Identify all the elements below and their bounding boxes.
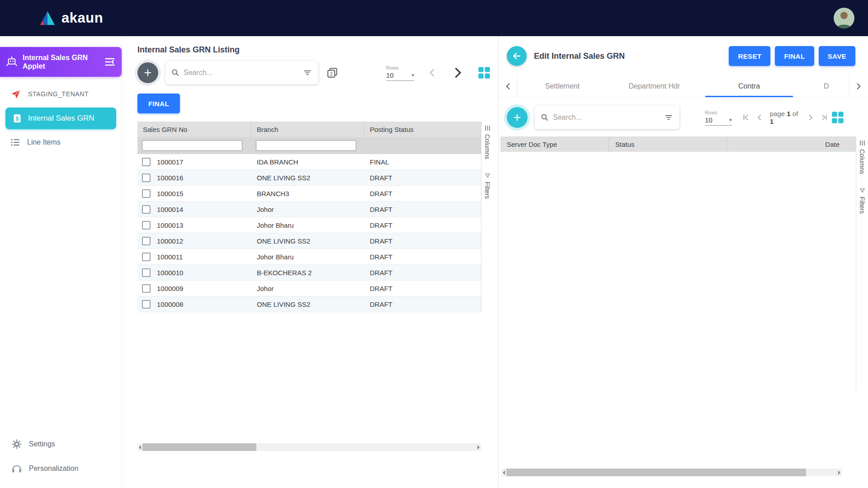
editor-actions: RESET FINAL SAVE <box>729 46 855 66</box>
scrollbar-thumb[interactable] <box>142 443 256 451</box>
row-checkbox[interactable] <box>142 158 151 166</box>
editor-side-rail: Columns Filters <box>856 136 868 389</box>
back-button[interactable] <box>507 46 527 66</box>
rows-per-page-select[interactable]: Rows 10 ▾ <box>386 65 414 81</box>
filters-toggle[interactable]: Filters <box>859 188 866 214</box>
sidebar-item-personalization[interactable]: Personalization <box>0 456 122 481</box>
table-row[interactable]: 1000009 Johor DRAFT <box>137 281 481 296</box>
first-page-icon[interactable] <box>741 113 751 122</box>
cell-branch: ONE LIVING SS2 <box>251 237 364 245</box>
editor-search-input[interactable] <box>553 113 660 122</box>
final-button[interactable]: FINAL <box>775 46 814 66</box>
final-button[interactable]: FINAL <box>137 94 180 113</box>
table-row[interactable]: 1000017 IDA BRANCH FINAL <box>137 154 481 170</box>
editor-table-zone: Server Doc Type Status Date Columns Filt… <box>499 136 868 389</box>
avatar[interactable] <box>834 8 854 28</box>
last-page-icon[interactable] <box>819 113 829 122</box>
scroll-left-arrow[interactable] <box>503 470 505 475</box>
tab-next-truncated[interactable]: D <box>797 75 849 97</box>
table-row[interactable]: 1000016 ONE LIVING SS2 DRAFT <box>137 170 481 186</box>
tab-department-hdr[interactable]: Department Hdr <box>607 75 702 97</box>
scrollbar-thumb[interactable] <box>506 469 806 476</box>
add-contra-button[interactable] <box>507 107 528 128</box>
row-checkbox[interactable] <box>142 174 151 182</box>
scroll-right-arrow[interactable] <box>477 445 480 450</box>
arrow-left-icon <box>511 51 522 61</box>
cell-branch: ONE LIVING SS2 <box>251 174 364 182</box>
row-checkbox[interactable] <box>142 221 151 230</box>
editor-tabs: Settlement Department Hdr Contra D <box>499 75 868 98</box>
column-filter-input[interactable] <box>256 140 356 151</box>
scroll-left-arrow[interactable] <box>139 445 141 450</box>
tabs-scroll-right-icon[interactable] <box>849 75 868 97</box>
add-record-button[interactable] <box>137 62 158 83</box>
table-row[interactable]: 1000010 B-EKOCHERAS 2 DRAFT <box>137 265 481 281</box>
columns-toggle[interactable]: Columns <box>859 140 866 174</box>
tab-contra[interactable]: Contra <box>702 75 797 97</box>
rows-value: 10 <box>386 71 394 79</box>
column-header[interactable]: Sales GRN No <box>137 122 251 137</box>
sidebar: Internal Sales GRN Applet STAGING_TENANT <box>0 36 122 488</box>
column-header[interactable]: Status <box>609 136 727 152</box>
search-filter-icon[interactable] <box>302 67 313 78</box>
horizontal-scrollbar[interactable] <box>137 443 481 451</box>
row-checkbox[interactable] <box>142 300 151 309</box>
table-row[interactable]: 1000011 Johor Bharu DRAFT <box>137 249 481 265</box>
prev-page-icon[interactable] <box>755 113 764 122</box>
table-row[interactable]: 1000015 BRANCH3 DRAFT <box>137 186 481 202</box>
column-header[interactable]: Posting Status <box>364 122 481 137</box>
sidebar-item-line-items[interactable]: Line Items <box>0 130 122 155</box>
save-button[interactable]: SAVE <box>819 46 855 66</box>
scroll-right-arrow[interactable] <box>838 470 840 475</box>
table-row[interactable]: 1000008 ONE LIVING SS2 DRAFT <box>137 296 481 312</box>
sidebar-item-tenant[interactable]: STAGING_TENANT <box>0 81 122 107</box>
next-page-icon[interactable] <box>806 113 816 122</box>
cell-grn-no: 1000012 <box>157 237 183 245</box>
sidebar-item-settings[interactable]: Settings <box>0 432 122 456</box>
cell-branch: Johor <box>251 285 364 292</box>
menu-toggle-icon[interactable] <box>104 56 116 68</box>
avatar-image <box>834 8 854 28</box>
sidebar-item-internal-sales-grn[interactable]: $ Internal Sales GRN <box>5 108 116 129</box>
column-filter-input[interactable] <box>142 140 242 151</box>
sales-grn-doc-icon: $ <box>12 113 23 124</box>
of-label: of <box>793 110 798 117</box>
row-checkbox[interactable] <box>142 189 151 198</box>
cell-grn-no: 1000010 <box>157 269 183 277</box>
columns-label: Columns <box>859 149 866 174</box>
row-checkbox[interactable] <box>142 205 151 214</box>
column-header[interactable]: Server Doc Type <box>500 136 609 152</box>
row-checkbox[interactable] <box>142 268 151 277</box>
prev-page-icon[interactable] <box>426 66 439 79</box>
next-page-icon[interactable] <box>450 66 465 80</box>
empty-table-body <box>500 152 856 405</box>
table-row[interactable]: 1000013 Johor Bharu DRAFT <box>137 217 481 233</box>
headset-icon <box>11 463 23 474</box>
column-header[interactable]: Branch <box>251 122 364 137</box>
gear-icon <box>11 438 23 450</box>
search-filter-icon[interactable] <box>663 112 674 123</box>
grid-view-icon[interactable] <box>829 109 846 126</box>
tabs-scroll-left-icon[interactable] <box>499 75 518 97</box>
reset-button[interactable]: RESET <box>729 46 770 66</box>
row-checkbox[interactable] <box>142 253 151 261</box>
row-checkbox[interactable] <box>142 237 151 245</box>
editor-toolbar: Rows 10 ▾ page 1 of 1 <box>499 98 868 129</box>
table-row[interactable]: 1000012 ONE LIVING SS2 DRAFT <box>137 233 481 249</box>
rows-per-page-select[interactable]: Rows 10 ▾ <box>705 110 732 126</box>
filters-toggle[interactable]: Filters <box>484 173 491 199</box>
row-checkbox[interactable] <box>142 284 151 293</box>
column-header[interactable]: Date <box>727 136 856 152</box>
listing-search-input[interactable] <box>184 69 298 77</box>
cell-status: DRAFT <box>364 221 481 229</box>
horizontal-scrollbar[interactable] <box>501 469 842 476</box>
grid-view-icon[interactable] <box>476 64 493 81</box>
sidebar-item-label: Personalization <box>29 465 78 473</box>
pages-icon[interactable]: 2 <box>326 66 339 80</box>
columns-toggle[interactable]: Columns <box>484 125 491 159</box>
robot-icon <box>5 55 19 69</box>
table-row[interactable]: 1000014 Johor DRAFT <box>137 202 481 217</box>
cell-branch: IDA BRANCH <box>251 158 364 166</box>
cell-grn-no: 1000011 <box>157 253 183 261</box>
tab-settlement[interactable]: Settlement <box>518 75 607 97</box>
